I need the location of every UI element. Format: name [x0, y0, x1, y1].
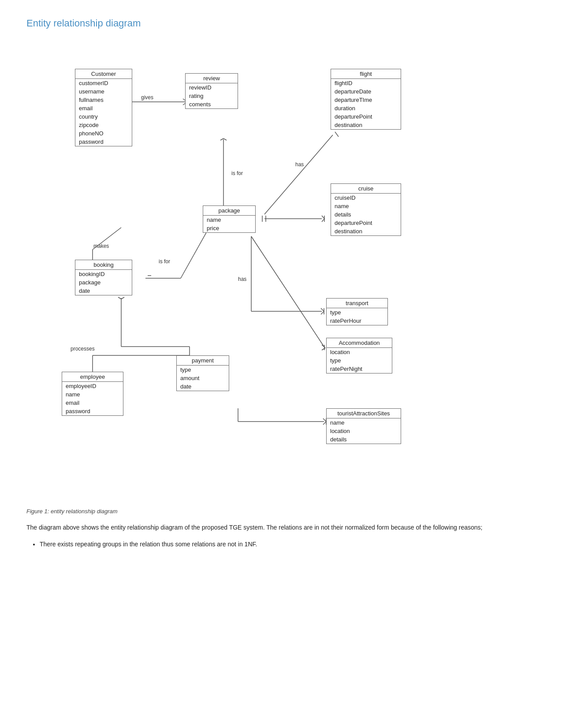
- entity-employee-header: employee: [62, 372, 123, 382]
- attr-country: country: [75, 112, 132, 121]
- attr-name-employee: name: [62, 390, 123, 399]
- svg-line-11: [335, 132, 339, 137]
- svg-line-51: [323, 422, 326, 425]
- attr-details-tourist: details: [327, 435, 401, 444]
- label-is-for-package: is for: [159, 258, 170, 265]
- attr-amount: amount: [177, 374, 229, 382]
- entity-accommodation: Accommodation location type ratePerNight: [326, 338, 392, 373]
- entity-transport-header: transport: [327, 299, 387, 308]
- entity-package: package name price: [203, 205, 256, 233]
- entity-customer: Customer customerID username fullnames e…: [75, 69, 132, 146]
- attr-type-acc: type: [327, 356, 392, 365]
- bullet-item-1: There exists repeating groups in the rel…: [40, 539, 536, 549]
- diagram-title: Entity relationship diagram: [26, 18, 536, 29]
- figure-caption: Figure 1: entity relationship diagram: [26, 508, 536, 515]
- attr-departureDate: departureDate: [331, 87, 401, 96]
- entity-cruise-header: cruise: [331, 184, 401, 194]
- entity-payment-header: payment: [177, 356, 229, 366]
- attr-flightID: flightID: [331, 79, 401, 87]
- attr-duration: duration: [331, 104, 401, 112]
- entity-tourist-header: touristAttractionSites: [327, 409, 401, 418]
- attr-cruiseID: cruiseID: [331, 194, 401, 202]
- attr-password-employee: password: [62, 407, 123, 415]
- attr-bookingID: bookingID: [75, 270, 132, 278]
- svg-line-9: [223, 138, 227, 140]
- svg-line-16: [322, 219, 324, 222]
- svg-line-10: [264, 135, 333, 214]
- entity-transport: transport type ratePerHour: [326, 298, 388, 325]
- attr-ratePerNight: ratePerNight: [327, 365, 392, 373]
- svg-line-8: [220, 138, 223, 140]
- erd-diagram: Customer customerID username fullnames e…: [26, 38, 511, 501]
- svg-line-50: [323, 418, 326, 422]
- attr-price: price: [203, 224, 255, 232]
- entity-employee: employee employeeID name email password: [62, 372, 123, 416]
- label-makes: makes: [93, 243, 109, 249]
- entity-booking-header: booking: [75, 260, 132, 270]
- svg-line-41: [321, 308, 324, 311]
- attr-date-payment: date: [177, 382, 229, 391]
- entity-payment: payment type amount date: [176, 355, 229, 391]
- attr-name-package: name: [203, 216, 255, 224]
- svg-line-45: [322, 345, 325, 348]
- attr-type-payment: type: [177, 366, 229, 374]
- attr-phoneNO: phoneNO: [75, 129, 132, 138]
- bullet-list: There exists repeating groups in the rel…: [40, 539, 536, 549]
- body-paragraph: The diagram above shows the entity relat…: [26, 523, 536, 532]
- entity-customer-header: Customer: [75, 69, 132, 79]
- svg-line-32: [118, 297, 121, 299]
- attr-employeeID: employeeID: [62, 382, 123, 390]
- attr-departureTIme: departureTIme: [331, 96, 401, 104]
- attr-destination-cruise: destination: [331, 227, 401, 235]
- attr-details-cruise: details: [331, 210, 401, 219]
- entity-tourist-attraction: touristAttractionSites name location det…: [326, 408, 401, 444]
- attr-customerID: customerID: [75, 79, 132, 87]
- attr-name-cruise: name: [331, 202, 401, 210]
- entity-booking: booking bookingID package date: [75, 260, 132, 295]
- attr-password: password: [75, 138, 132, 146]
- entity-flight: flight flightID departureDate departureT…: [331, 69, 401, 130]
- attr-username: username: [75, 87, 132, 96]
- label-gives: gives: [141, 94, 153, 101]
- attr-ratePerHour: ratePerHour: [327, 317, 387, 325]
- attr-reviewID: reviewID: [186, 83, 238, 92]
- entity-cruise: cruise cruiseID name details departurePo…: [331, 183, 401, 236]
- attr-location-acc: location: [327, 348, 392, 356]
- svg-line-33: [121, 297, 124, 299]
- attr-email-employee: email: [62, 399, 123, 407]
- attr-name-tourist: name: [327, 418, 401, 427]
- entity-accommodation-header: Accommodation: [327, 338, 392, 348]
- svg-line-15: [322, 216, 324, 219]
- label-has-flight: has: [295, 161, 304, 168]
- attr-departurePoint: departurePoint: [331, 112, 401, 121]
- entity-package-header: package: [203, 206, 255, 216]
- attr-zipcode: zipcode: [75, 121, 132, 129]
- entity-review-header: review: [186, 74, 238, 83]
- svg-line-44: [251, 236, 324, 347]
- svg-line-42: [321, 311, 324, 314]
- label-is-for-review: is for: [231, 170, 243, 176]
- attr-date-booking: date: [75, 287, 132, 295]
- attr-location-tourist: location: [327, 427, 401, 435]
- attr-type-transport: type: [327, 308, 387, 317]
- attr-coments: coments: [186, 100, 238, 108]
- attr-fullnames: fullnames: [75, 96, 132, 104]
- attr-departurePoint-cruise: departurePoint: [331, 219, 401, 227]
- attr-package-booking: package: [75, 278, 132, 287]
- attr-destination: destination: [331, 121, 401, 129]
- entity-flight-header: flight: [331, 69, 401, 79]
- label-has-package: has: [238, 276, 246, 282]
- svg-line-46: [322, 348, 325, 350]
- entity-review: review reviewID rating coments: [185, 73, 238, 109]
- attr-rating: rating: [186, 92, 238, 100]
- attr-email: email: [75, 104, 132, 112]
- label-processes: processes: [71, 346, 95, 352]
